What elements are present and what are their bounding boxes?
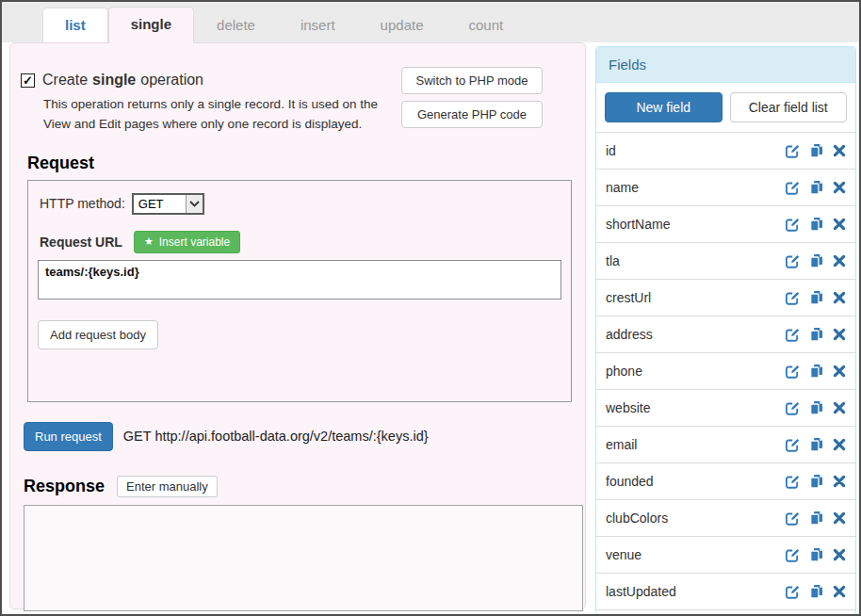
copy-field-icon[interactable] xyxy=(809,400,824,415)
operation-info: ✓ Create single operation This operation… xyxy=(21,60,401,135)
copy-field-icon[interactable] xyxy=(809,180,824,195)
insert-variable-label: Insert variable xyxy=(159,235,230,249)
delete-field-icon[interactable] xyxy=(833,401,846,414)
request-box: HTTP method: GET Request URL ★ Insert va… xyxy=(27,180,572,402)
field-row: id xyxy=(596,133,855,170)
run-request-button[interactable]: Run request xyxy=(24,422,113,451)
edit-field-icon[interactable] xyxy=(785,217,801,233)
request-preview: GET http://api.football-data.org/v2/team… xyxy=(123,429,429,444)
field-label: shortName xyxy=(606,217,670,232)
delete-field-icon[interactable] xyxy=(833,585,846,598)
generate-php-code-button[interactable]: Generate PHP code xyxy=(401,101,543,128)
field-row: clubColors xyxy=(596,500,855,537)
edit-field-icon[interactable] xyxy=(785,253,801,269)
delete-field-icon[interactable] xyxy=(833,365,846,378)
request-url-input[interactable]: teams/:{keys.id} xyxy=(38,260,561,300)
tab-insert[interactable]: insert xyxy=(278,8,358,42)
tab-delete[interactable]: delete xyxy=(194,8,278,42)
copy-field-icon[interactable] xyxy=(809,290,824,305)
field-row: venue xyxy=(596,537,855,574)
field-row: founded xyxy=(596,463,855,500)
field-row: crestUrl xyxy=(596,280,855,316)
delete-field-icon[interactable] xyxy=(833,291,846,304)
operation-description: This operation returns only a single rec… xyxy=(43,95,401,135)
edit-field-icon[interactable] xyxy=(785,180,801,196)
field-row: lastUpdated xyxy=(596,574,855,610)
create-operation-label: Create single operation xyxy=(42,72,203,89)
edit-field-icon[interactable] xyxy=(785,511,801,527)
edit-field-icon[interactable] xyxy=(785,400,801,416)
copy-field-icon[interactable] xyxy=(809,474,824,489)
http-method-value: GET xyxy=(138,197,164,211)
star-icon: ★ xyxy=(144,235,154,248)
field-row: phone xyxy=(596,353,855,390)
field-label: founded xyxy=(606,474,654,489)
copy-field-icon[interactable] xyxy=(809,437,824,452)
field-row: shortName xyxy=(596,206,855,243)
clear-field-list-button[interactable]: Clear field list xyxy=(730,92,848,122)
field-row: name xyxy=(596,170,855,206)
field-label: venue xyxy=(606,547,642,562)
edit-field-icon[interactable] xyxy=(785,143,801,159)
delete-field-icon[interactable] xyxy=(833,475,846,488)
http-method-label: HTTP method: xyxy=(40,196,125,211)
response-heading: Response xyxy=(24,477,105,496)
operation-panel: ✓ Create single operation This operation… xyxy=(9,42,586,609)
field-label: website xyxy=(606,400,650,415)
field-label: tla xyxy=(606,253,620,268)
field-label: phone xyxy=(606,364,642,379)
edit-field-icon[interactable] xyxy=(785,474,801,490)
delete-field-icon[interactable] xyxy=(833,144,846,157)
tab-count[interactable]: count xyxy=(447,8,527,42)
insert-variable-button[interactable]: ★ Insert variable xyxy=(134,231,240,253)
copy-field-icon[interactable] xyxy=(809,253,824,268)
chevron-down-icon xyxy=(186,195,203,213)
label-bold: single xyxy=(92,72,136,89)
field-label: address xyxy=(606,327,653,342)
fields-panel-title: Fields xyxy=(596,47,855,83)
tab-update[interactable]: update xyxy=(358,8,447,42)
edit-field-icon[interactable] xyxy=(785,547,801,563)
copy-field-icon[interactable] xyxy=(809,217,824,232)
delete-field-icon[interactable] xyxy=(833,328,846,341)
copy-field-icon[interactable] xyxy=(809,364,824,379)
edit-field-icon[interactable] xyxy=(785,364,801,380)
copy-field-icon[interactable] xyxy=(809,584,824,599)
field-label: email xyxy=(606,437,637,452)
field-label: id xyxy=(606,143,616,158)
delete-field-icon[interactable] xyxy=(833,254,846,267)
edit-field-icon[interactable] xyxy=(785,584,801,600)
field-row: website xyxy=(596,390,855,427)
delete-field-icon[interactable] xyxy=(833,181,846,194)
field-label: clubColors xyxy=(606,511,668,526)
app-window: { "tabs": { "items": ["list", "single", … xyxy=(0,0,861,616)
request-heading: Request xyxy=(27,154,575,173)
tab-list[interactable]: list xyxy=(42,8,108,42)
fields-panel: Fields New field Clear field list id nam… xyxy=(595,46,856,615)
copy-field-icon[interactable] xyxy=(809,143,824,158)
http-method-select[interactable]: GET xyxy=(132,193,204,215)
field-row: tla xyxy=(596,243,855,280)
edit-field-icon[interactable] xyxy=(785,437,801,453)
delete-field-icon[interactable] xyxy=(833,218,846,231)
edit-field-icon[interactable] xyxy=(785,290,801,306)
response-input[interactable] xyxy=(24,505,583,611)
field-label: name xyxy=(606,180,639,195)
field-row: address xyxy=(596,316,855,353)
enter-manually-button[interactable]: Enter manually xyxy=(117,476,218,497)
copy-field-icon[interactable] xyxy=(809,327,824,342)
delete-field-icon[interactable] xyxy=(833,438,846,451)
field-label: crestUrl xyxy=(606,290,651,305)
new-field-button[interactable]: New field xyxy=(605,92,723,122)
delete-field-icon[interactable] xyxy=(833,548,846,561)
delete-field-icon[interactable] xyxy=(833,511,846,525)
tab-single[interactable]: single xyxy=(108,7,194,43)
copy-field-icon[interactable] xyxy=(809,511,824,526)
field-row: email xyxy=(596,427,855,463)
edit-field-icon[interactable] xyxy=(785,327,801,343)
switch-php-mode-button[interactable]: Switch to PHP mode xyxy=(401,67,543,94)
add-request-body-button[interactable]: Add request body xyxy=(38,320,158,349)
create-operation-checkbox[interactable]: ✓ xyxy=(21,73,35,88)
copy-field-icon[interactable] xyxy=(809,547,824,562)
label-prefix: Create xyxy=(42,72,88,89)
